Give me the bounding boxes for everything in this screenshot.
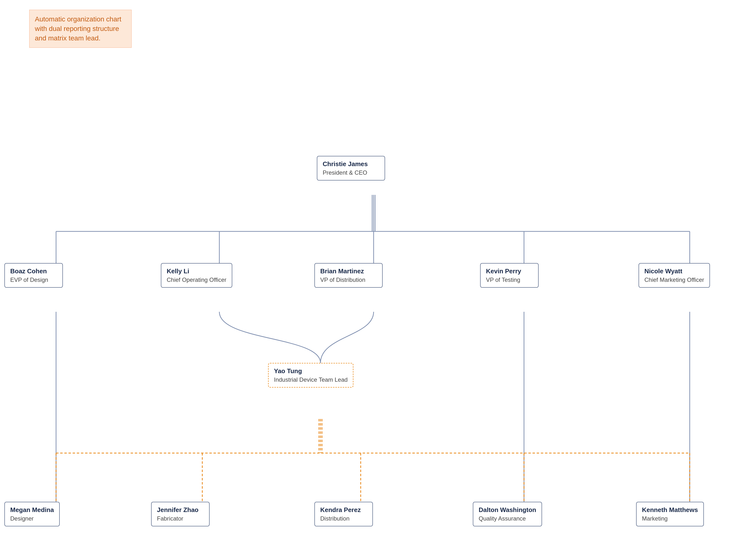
- node-christie-name: Christie James: [323, 160, 379, 168]
- node-nicole-title: Chief Marketing Officer: [644, 276, 704, 283]
- node-brian-name: Brian Martinez: [320, 267, 377, 275]
- node-kelly[interactable]: Kelly Li Chief Operating Officer: [161, 263, 232, 288]
- node-jennifer-name: Jennifer Zhao: [157, 506, 204, 514]
- node-kevin[interactable]: Kevin Perry VP of Testing: [480, 263, 539, 288]
- node-kendra-name: Kendra Perez: [320, 506, 367, 514]
- node-dalton[interactable]: Dalton Washington Quality Assurance: [473, 502, 542, 526]
- node-yao[interactable]: Yao Tung Industrial Device Team Lead: [268, 363, 353, 388]
- node-jennifer-title: Fabricator: [157, 515, 204, 522]
- annotation-text: Automatic organization chart with dual r…: [35, 15, 121, 42]
- node-megan-name: Megan Medina: [10, 506, 54, 514]
- node-megan[interactable]: Megan Medina Designer: [4, 502, 60, 526]
- annotation-box: Automatic organization chart with dual r…: [29, 10, 132, 48]
- node-nicole-name: Nicole Wyatt: [644, 267, 704, 275]
- node-boaz[interactable]: Boaz Cohen EVP of Design: [4, 263, 63, 288]
- node-jennifer[interactable]: Jennifer Zhao Fabricator: [151, 502, 210, 526]
- node-kenneth-title: Marketing: [642, 515, 698, 522]
- node-kenneth[interactable]: Kenneth Matthews Marketing: [636, 502, 704, 526]
- node-dalton-title: Quality Assurance: [479, 515, 536, 522]
- node-brian[interactable]: Brian Martinez VP of Distribution: [314, 263, 383, 288]
- node-dalton-name: Dalton Washington: [479, 506, 536, 514]
- node-nicole[interactable]: Nicole Wyatt Chief Marketing Officer: [639, 263, 710, 288]
- node-kelly-name: Kelly Li: [167, 267, 226, 275]
- node-megan-title: Designer: [10, 515, 54, 522]
- node-kelly-title: Chief Operating Officer: [167, 276, 226, 283]
- node-kendra-title: Distribution: [320, 515, 367, 522]
- node-brian-title: VP of Distribution: [320, 276, 377, 283]
- node-boaz-title: EVP of Design: [10, 276, 57, 283]
- node-yao-name: Yao Tung: [274, 367, 347, 375]
- node-kendra[interactable]: Kendra Perez Distribution: [314, 502, 373, 526]
- node-boaz-name: Boaz Cohen: [10, 267, 57, 275]
- node-kevin-name: Kevin Perry: [486, 267, 533, 275]
- node-christie-title: President & CEO: [323, 169, 379, 176]
- node-yao-title: Industrial Device Team Lead: [274, 376, 347, 383]
- node-christie[interactable]: Christie James President & CEO: [317, 156, 385, 181]
- node-kenneth-name: Kenneth Matthews: [642, 506, 698, 514]
- node-kevin-title: VP of Testing: [486, 276, 533, 283]
